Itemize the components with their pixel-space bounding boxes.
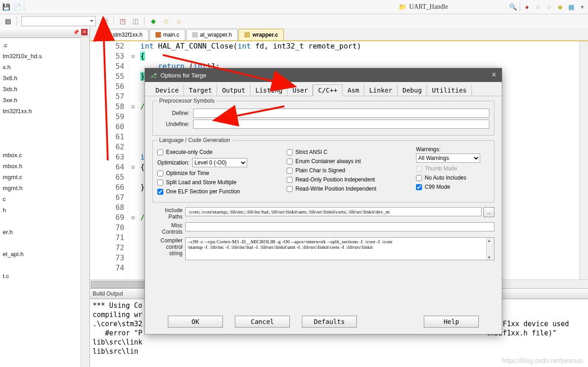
boxes-icon[interactable]: ◳: [118, 17, 127, 25]
file-tab[interactable]: wrapper.c: [239, 29, 284, 40]
misc-controls-input[interactable]: [185, 222, 494, 231]
diamond-green[interactable]: ◆: [149, 17, 157, 25]
dot-gray2[interactable]: ○: [545, 3, 553, 11]
optimization-select[interactable]: Level 0 (-O0): [192, 158, 247, 167]
warnings-select[interactable]: All Warnings: [416, 153, 480, 163]
tree-item[interactable]: mgmt.c: [1, 172, 89, 183]
dialog-tab-listing[interactable]: Listing: [250, 84, 288, 96]
tree-item[interactable]: 3xb.h: [1, 84, 89, 95]
ro-pi-check[interactable]: Read-Only Position Independent: [287, 176, 411, 183]
dialog-tab-output[interactable]: Output: [217, 84, 250, 96]
tree-item[interactable]: x.h: [1, 62, 89, 73]
save-icon[interactable]: 💾: [2, 3, 10, 11]
home-icon[interactable]: ⌂: [175, 17, 183, 25]
include-paths-browse-button[interactable]: ...: [483, 207, 494, 217]
folder-icon[interactable]: 📁: [398, 3, 406, 11]
dialog-tab-cc[interactable]: C/C++: [313, 84, 342, 96]
defaults-button[interactable]: Defaults: [302, 316, 357, 328]
fold-column[interactable]: ⊟ ⊟ ⊟ ⊟: [128, 41, 138, 279]
dialog-tab-debug[interactable]: Debug: [398, 84, 427, 96]
noauto-check[interactable]: No Auto Includes: [416, 175, 489, 181]
file-icon: [155, 32, 161, 38]
grid-icon[interactable]: ▦: [567, 3, 575, 11]
tree-item[interactable]: 3x6.h: [1, 73, 89, 84]
enum-int-check[interactable]: Enum Container always int: [287, 158, 411, 164]
file-tab[interactable]: stm32f1xx.h: [99, 29, 149, 40]
tree-item[interactable]: el_api.h: [1, 249, 89, 260]
ok-button[interactable]: OK: [168, 316, 223, 328]
compiler-string-scroll[interactable]: [486, 238, 494, 260]
main-toolbar: 💾 📄 📁 UART_Handle 🔍 ● ○ ○ ◆ ▦ ▾: [0, 0, 588, 14]
thumb-check: Thumb Mode: [416, 165, 489, 172]
dialog-tab-utilities[interactable]: Utilities: [427, 84, 472, 96]
plain-char-check[interactable]: Plain Char is Signed: [287, 167, 411, 174]
tree-item[interactable]: t.c: [1, 271, 89, 282]
tree-item[interactable]: [1, 139, 89, 150]
tree-item[interactable]: [1, 238, 89, 249]
diamond-yel[interactable]: ◇: [162, 17, 170, 25]
file-tab[interactable]: at_wrapper.h: [186, 29, 238, 40]
define-input[interactable]: [193, 109, 489, 118]
tree-item[interactable]: h: [1, 205, 89, 216]
dialog-close-icon[interactable]: ×: [490, 71, 498, 79]
undefine-input[interactable]: [193, 120, 489, 129]
split-ls-check[interactable]: Split Load and Store Multiple: [157, 179, 282, 186]
tree-item[interactable]: 3xe.h: [1, 95, 89, 106]
include-paths-input[interactable]: [185, 207, 482, 216]
file-icon: [244, 32, 250, 38]
tree-item[interactable]: [1, 117, 89, 128]
dialog-tabs: DeviceTargetOutputListingUserC/C++AsmLin…: [145, 82, 502, 96]
tree-item[interactable]: mbox.c: [1, 150, 89, 161]
project-tree[interactable]: .ctm32f10x_hd.sx.h3x6.h3xb.h3xe.htm32f1x…: [0, 38, 89, 284]
tree-item[interactable]: mgmt.h: [1, 183, 89, 194]
compiler-string-box[interactable]: --c99 -c --cpu Cortex-M3 -D__MICROLIB -g…: [185, 237, 494, 260]
dialog-tab-device[interactable]: Device: [150, 84, 184, 96]
editor-vscroll[interactable]: [579, 41, 588, 279]
dialog-tab-target[interactable]: Target: [184, 84, 217, 96]
chev-icon[interactable]: ▾: [578, 3, 586, 11]
tree-item[interactable]: [1, 260, 89, 271]
options-icon[interactable]: [100, 17, 109, 25]
optimization-label: Optimization:: [157, 159, 189, 166]
pin-icon[interactable]: 📌: [73, 29, 79, 35]
tree-item[interactable]: .c: [1, 40, 89, 51]
file-tab-label: stm32f1xx.h: [113, 32, 143, 38]
dialog-tab-linker[interactable]: Linker: [364, 84, 398, 96]
pane-close-icon[interactable]: ✕: [81, 29, 88, 35]
strict-ansi-check[interactable]: Strict ANSI C: [287, 149, 411, 155]
c99-check[interactable]: C99 Mode: [416, 184, 489, 190]
opt-time-check[interactable]: Optimize for Time: [157, 170, 282, 176]
tree-item[interactable]: mbox.h: [1, 161, 89, 172]
help-button[interactable]: Help: [424, 316, 479, 328]
dialog-icon: ⎇: [150, 71, 157, 79]
dialog-tab-asm[interactable]: Asm: [343, 84, 364, 96]
compiler-string-label: Compilercontrolstring: [152, 237, 185, 257]
line-gutter: 5253545556575859606162636465666768697071…: [90, 41, 128, 279]
one-elf-check[interactable]: One ELF Section per Function: [157, 188, 282, 195]
tree-item[interactable]: tm32f1xx.h: [1, 106, 89, 117]
tree-scrollbar[interactable]: [81, 38, 89, 367]
dot-red[interactable]: ●: [523, 3, 531, 11]
exec-only-check[interactable]: Execute-only Code: [157, 149, 282, 155]
find-icon[interactable]: 🔍: [509, 3, 517, 11]
copy-icon[interactable]: 📄: [13, 3, 21, 11]
cancel-button[interactable]: Cancel: [235, 316, 290, 328]
dialog-titlebar[interactable]: ⎇ Options for Targe ×: [145, 68, 502, 82]
rw-pi-check[interactable]: Read-Write Position Independent: [287, 186, 411, 192]
file-tab[interactable]: main.c: [150, 29, 185, 40]
tree-item[interactable]: [1, 128, 89, 139]
dialog-tab-user[interactable]: User: [288, 84, 313, 96]
dot-gray[interactable]: ○: [534, 3, 542, 11]
dot-yel[interactable]: ◆: [556, 3, 564, 11]
tree-item[interactable]: er.h: [1, 227, 89, 238]
tree-item[interactable]: [1, 216, 89, 227]
file-tab-label: at_wrapper.h: [200, 32, 232, 38]
target-options-dialog: ⎇ Options for Targe × DeviceTargetOutput…: [144, 68, 502, 334]
tree-item[interactable]: c: [1, 194, 89, 205]
target-combo[interactable]: [22, 16, 96, 26]
boxes2-icon[interactable]: ◫: [131, 17, 139, 25]
file-tab-label: main.c: [163, 32, 179, 38]
sheet-icon[interactable]: ▤: [4, 17, 12, 25]
include-paths-label: IncludePaths: [152, 207, 185, 220]
tree-item[interactable]: tm32f10x_hd.s: [1, 51, 89, 62]
